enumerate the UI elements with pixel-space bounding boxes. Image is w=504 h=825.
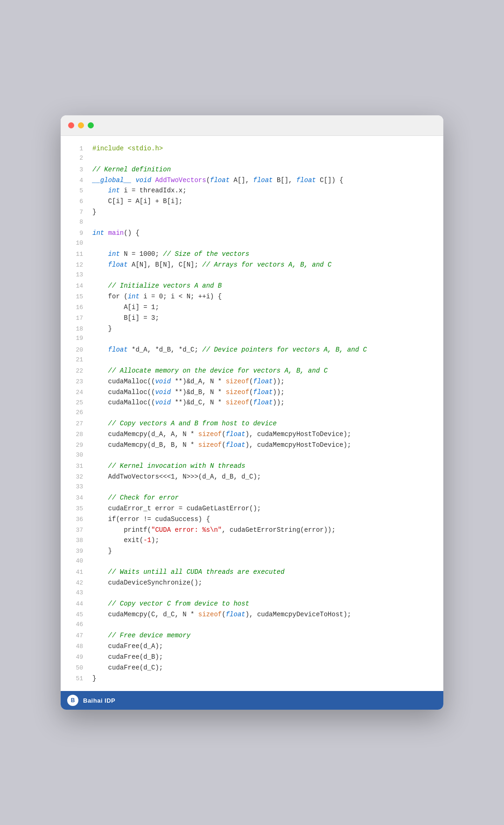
line-content: cudaMalloc((void **)&d_A, N * sizeof(flo… — [92, 376, 285, 387]
token-plain: cudaMemcpy(d_A, A, N * — [92, 430, 198, 438]
token-plain: cudaMalloc(( — [92, 378, 155, 385]
token-plain: i = 0; i < N; ++i) { — [140, 293, 222, 300]
line-content: cudaMemcpy(d_A, A, N * sizeof(float), cu… — [92, 429, 351, 439]
code-line: 45 cudaMemcpy(C, d_C, N * sizeof(float),… — [61, 609, 443, 620]
line-number: 44 — [68, 599, 83, 609]
token-plain — [92, 367, 108, 374]
token-plain: ); — [151, 536, 159, 544]
line-number: 40 — [68, 557, 83, 566]
line-content: for (int i = 0; i < N; ++i) { — [92, 291, 222, 302]
line-number: 16 — [68, 303, 83, 313]
token-keyword: void — [155, 378, 171, 385]
line-content: // Check for error — [92, 493, 179, 503]
line-number: 17 — [68, 314, 83, 324]
line-number: 39 — [68, 547, 83, 557]
token-comment: // Arrays for vectors A, B, and C — [202, 261, 331, 268]
token-plain: ), cudaMemcpyHostToDevice); — [245, 430, 351, 438]
token-plain: *d_A, *d_B, *d_C; — [128, 346, 203, 353]
token-plain: } — [92, 675, 96, 682]
token-plain: } — [92, 325, 112, 332]
token-plain: cudaFree(d_C); — [92, 664, 163, 671]
code-line: 5 int i = threadIdx.x; — [61, 185, 443, 196]
token-keyword: float — [253, 399, 273, 406]
line-number: 42 — [68, 578, 83, 588]
line-content: float *d_A, *d_B, *d_C; // Device pointe… — [92, 345, 367, 355]
line-number: 19 — [68, 334, 83, 344]
line-number: 15 — [68, 292, 83, 302]
code-line: 6 C[i] = A[i] + B[i]; — [61, 196, 443, 207]
line-content: __global__ void AddTwoVectors(float A[],… — [92, 175, 343, 185]
token-plain — [92, 494, 108, 501]
token-plain: cudaError_t error = cudaGetLastError(); — [92, 505, 261, 512]
token-plain: A[N], B[N], C[N]; — [128, 261, 203, 268]
token-keyword: float — [226, 611, 245, 618]
code-line: 8 — [61, 218, 443, 228]
token-plain: ), cudaMemcpyHostToDevice); — [245, 441, 351, 449]
token-plain — [92, 346, 108, 353]
token-plain: cudaMalloc(( — [92, 399, 155, 406]
token-keyword: void — [155, 388, 171, 396]
code-line: 51} — [61, 673, 443, 684]
line-number: 3 — [68, 165, 83, 175]
token-plain: ( — [222, 441, 225, 449]
code-line: 12 float A[N], B[N], C[N]; // Arrays for… — [61, 260, 443, 270]
token-number: -1 — [143, 536, 151, 544]
code-line: 18 } — [61, 324, 443, 334]
code-line: 19 — [61, 334, 443, 344]
line-number: 4 — [68, 176, 83, 186]
line-number: 47 — [68, 631, 83, 641]
line-number: 36 — [68, 515, 83, 525]
code-line: 43 — [61, 588, 443, 599]
token-comment: // Copy vectors A and B from host to dev… — [108, 420, 277, 427]
code-line: 28 cudaMemcpy(d_A, A, N * sizeof(float),… — [61, 429, 443, 440]
code-line: 4__global__ void AddTwoVectors(float A[]… — [61, 175, 443, 186]
app-name-label: Baihai IDP — [83, 697, 115, 704]
token-comment: // Device pointers for vectors A, B, and… — [202, 346, 367, 353]
token-plain: C[i] = A[i] + B[i]; — [92, 197, 182, 205]
code-line: 22 // Allocate memory on the device for … — [61, 366, 443, 376]
bottombar: B Baihai IDP — [61, 691, 443, 710]
token-keyword: int — [92, 229, 104, 237]
line-number: 34 — [68, 494, 83, 503]
code-line: 49 cudaFree(d_B); — [61, 652, 443, 663]
token-plain: } — [92, 208, 96, 216]
code-line: 48 cudaFree(d_A); — [61, 641, 443, 652]
token-plain: () { — [124, 229, 140, 237]
line-number: 32 — [68, 472, 83, 482]
code-line: 42 cudaDeviceSynchronize(); — [61, 578, 443, 588]
main-window: 1#include <stdio.h>23// Kernel definitio… — [61, 115, 443, 710]
close-button[interactable] — [68, 122, 74, 128]
line-number: 43 — [68, 588, 83, 598]
token-funcname: sizeof — [198, 441, 222, 449]
line-content: cudaMalloc((void **)&d_B, N * sizeof(flo… — [92, 387, 285, 397]
line-number: 1 — [68, 144, 83, 154]
line-content: B[i] = 3; — [92, 313, 159, 323]
code-line: 29 cudaMemcpy(d_B, B, N * sizeof(float),… — [61, 440, 443, 451]
line-content: int i = threadIdx.x; — [92, 185, 187, 196]
app-icon: B — [67, 695, 78, 706]
line-number: 23 — [68, 377, 83, 387]
token-funcname: sizeof — [198, 430, 222, 438]
token-plain — [92, 462, 108, 470]
code-line: 10 — [61, 239, 443, 249]
code-line: 36 if(error != cudaSuccess) { — [61, 514, 443, 525]
code-line: 46 — [61, 620, 443, 630]
token-plain: )); — [273, 378, 285, 385]
line-content: // Allocate memory on the device for vec… — [92, 366, 328, 376]
line-number: 31 — [68, 462, 83, 472]
minimize-button[interactable] — [78, 122, 84, 128]
token-plain: B[], — [273, 176, 296, 184]
code-line: 44 // Copy vector C from device to host — [61, 599, 443, 609]
line-number: 26 — [68, 408, 83, 418]
line-number: 2 — [68, 154, 83, 163]
line-number: 37 — [68, 526, 83, 536]
token-funcname: sizeof — [226, 399, 249, 406]
token-comment: // Size of the vectors — [163, 250, 249, 258]
maximize-button[interactable] — [88, 122, 94, 128]
line-number: 38 — [68, 536, 83, 546]
code-line: 25 cudaMalloc((void **)&d_C, N * sizeof(… — [61, 397, 443, 408]
token-plain — [92, 282, 108, 289]
token-plain: A[], — [230, 176, 253, 184]
line-content: // Copy vectors A and B from host to dev… — [92, 418, 277, 429]
token-plain — [92, 250, 108, 258]
